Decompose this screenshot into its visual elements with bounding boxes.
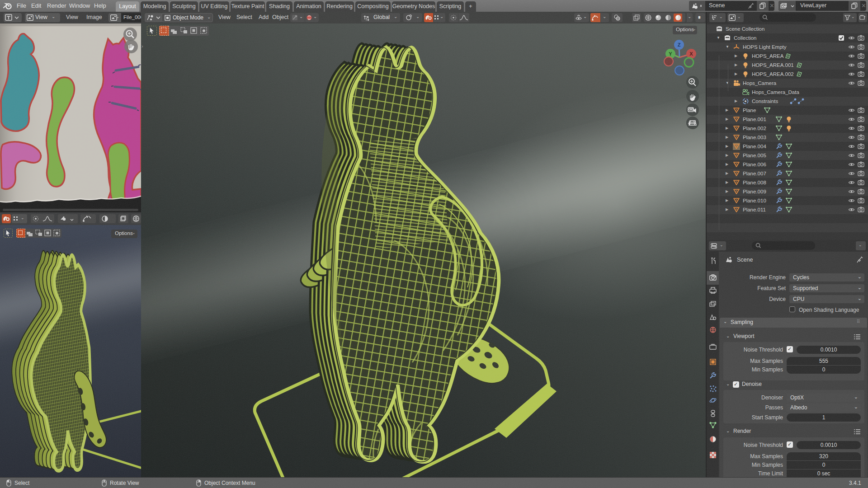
svg-text:Y: Y xyxy=(669,51,672,56)
svg-text:X: X xyxy=(689,51,693,56)
svg-text:Z: Z xyxy=(678,42,681,47)
